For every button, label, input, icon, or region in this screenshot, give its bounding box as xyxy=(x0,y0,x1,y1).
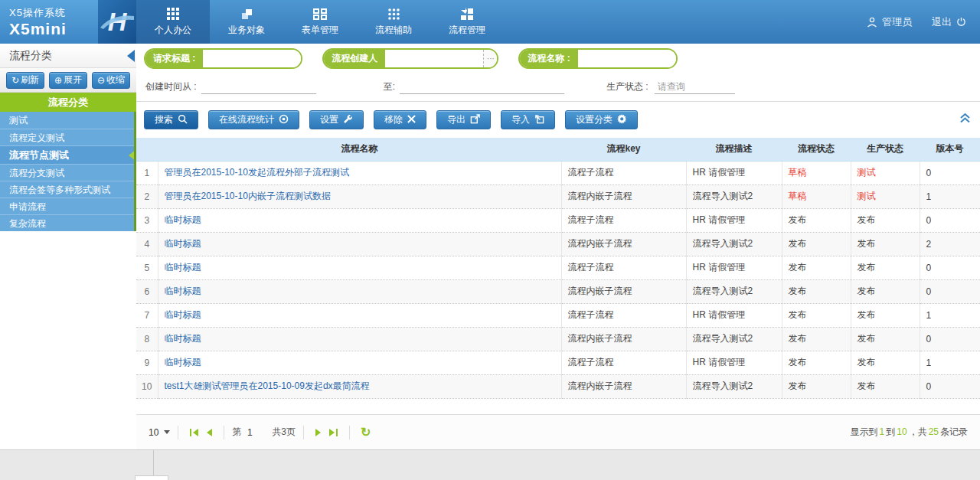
export-button[interactable]: 导出 xyxy=(436,110,491,129)
table-row[interactable]: 3临时标题流程子流程HR 请假管理发布发布0 xyxy=(136,208,980,232)
chevrons-up-icon[interactable] xyxy=(959,113,971,126)
prod-status-input[interactable] xyxy=(655,80,735,94)
sidebar: 流程分类 ↻ 刷新 ⊕ 展开 ⊖ 收缩 流程分类 测试 流程定义测试 流程节点测… xyxy=(0,44,136,449)
search-icon xyxy=(178,114,188,126)
page-number-input[interactable]: 1 xyxy=(241,427,258,438)
search-button[interactable]: 搜索 xyxy=(144,110,198,129)
category-item[interactable]: 流程会签等多种形式测试 xyxy=(0,181,134,198)
search-button-label: 搜索 xyxy=(155,113,173,126)
nav-tab-process-management[interactable]: 流程管理 xyxy=(430,0,504,44)
sidebar-panel-header: 流程分类 xyxy=(0,44,136,68)
splitter-handle[interactable] xyxy=(135,475,168,480)
power-icon[interactable] xyxy=(956,17,966,27)
table-row[interactable]: 2管理员在2015-10-10内嵌子流程测试数据流程内嵌子流程流程导入测试2草稿… xyxy=(136,184,980,208)
table-row[interactable]: 5临时标题流程子流程HR 请假管理发布发布0 xyxy=(136,256,980,279)
category-item[interactable]: 复杂流程 xyxy=(0,214,134,231)
header-process-key[interactable]: 流程key xyxy=(561,138,686,161)
stats-button-label: 在线流程统计 xyxy=(219,113,274,126)
process-name-input[interactable] xyxy=(578,50,676,67)
remove-button[interactable]: 移除 xyxy=(374,110,426,129)
online-process-stats-button[interactable]: 在线流程统计 xyxy=(208,110,299,129)
header-prod-status[interactable]: 生产状态 xyxy=(851,138,920,161)
row-number-cell: 4 xyxy=(136,232,158,256)
import-button[interactable]: 导入 xyxy=(501,110,555,129)
process-name-cell: 临时标题 xyxy=(158,279,561,303)
nav-tab-business-objects[interactable]: 业务对象 xyxy=(210,0,283,44)
process-desc-cell: 流程导入测试2 xyxy=(686,184,782,208)
table-row[interactable]: 7临时标题流程子流程HR 请假管理发布发布1 xyxy=(136,303,980,327)
process-name-link[interactable]: 临时标题 xyxy=(165,238,201,249)
created-to-input[interactable] xyxy=(400,80,564,94)
set-category-button[interactable]: 设置分类 xyxy=(565,110,638,129)
request-title-input[interactable] xyxy=(203,50,301,67)
header-process-desc[interactable]: 流程描述 xyxy=(686,138,782,161)
process-key-cell: 流程子流程 xyxy=(561,208,686,232)
table-row[interactable]: 9临时标题流程子流程HR 请假管理发布发布1 xyxy=(136,351,980,374)
refresh-button[interactable]: ↻ 刷新 xyxy=(6,72,44,89)
process-name-link[interactable]: 临时标题 xyxy=(165,286,201,296)
row-number-cell: 9 xyxy=(136,351,158,374)
table-row[interactable]: 4临时标题流程内嵌子流程流程导入测试2发布发布2 xyxy=(136,232,980,256)
category-item[interactable]: 流程分支测试 xyxy=(0,164,134,181)
version-cell: 2 xyxy=(920,232,980,256)
summary-text: ，共 xyxy=(909,426,927,437)
created-from-label: 创建时间从 : xyxy=(145,80,197,93)
table-row[interactable]: 1管理员在2015-10-10发起流程外部子流程测试流程子流程HR 请假管理草稿… xyxy=(136,161,980,184)
category-item[interactable]: 申请流程 xyxy=(0,198,134,214)
summary-text: 显示到 xyxy=(851,426,878,437)
nav-tab-process-assist[interactable]: 流程辅助 xyxy=(357,0,430,44)
bottom-panel xyxy=(0,449,980,480)
created-to-label: 至: xyxy=(384,80,395,93)
header-version[interactable]: 版本号 xyxy=(920,138,980,161)
row-number-cell: 10 xyxy=(136,374,158,398)
nav-tab-personal-office[interactable]: 个人办公 xyxy=(136,0,210,44)
header-process-status[interactable]: 流程状态 xyxy=(782,138,851,161)
page-size-selector[interactable]: 10 xyxy=(149,427,170,438)
process-creator-input[interactable] xyxy=(385,50,483,67)
table-row[interactable]: 8临时标题流程内嵌子流程流程导入测试2发布发布0 xyxy=(136,327,980,351)
table-row[interactable]: 6临时标题流程内嵌子流程流程导入测试2发布发布0 xyxy=(136,279,980,303)
first-page-icon[interactable] xyxy=(189,428,199,437)
expand-all-button[interactable]: ⊕ 展开 xyxy=(49,72,87,89)
settings-button[interactable]: 设置 xyxy=(309,110,364,129)
process-name-link[interactable]: 临时标题 xyxy=(165,357,201,367)
process-name-link[interactable]: 临时标题 xyxy=(165,214,201,225)
process-key-cell: 流程子流程 xyxy=(561,161,686,184)
nav-tab-label: 流程管理 xyxy=(449,24,485,37)
user-name[interactable]: 管理员 xyxy=(882,15,912,29)
process-name-link[interactable]: 管理员在2015-10-10发起流程外部子流程测试 xyxy=(165,167,349,178)
process-desc-cell: HR 请假管理 xyxy=(686,208,782,232)
process-name-link[interactable]: 临时标题 xyxy=(165,333,201,344)
process-name-link[interactable]: 临时标题 xyxy=(165,309,201,320)
prod-status-cell: 发布 xyxy=(851,208,920,232)
category-item[interactable]: 流程定义测试 xyxy=(0,129,134,145)
created-from-input[interactable] xyxy=(201,80,316,94)
sidebar-collapse-arrow-icon[interactable] xyxy=(127,50,135,62)
prev-page-icon[interactable] xyxy=(205,428,213,437)
version-cell: 0 xyxy=(920,327,980,351)
category-item[interactable]: 测试 xyxy=(0,112,134,129)
main-nav: 个人办公 业务对象 表单管理 xyxy=(136,0,504,44)
process-name-link[interactable]: 临时标题 xyxy=(165,262,201,273)
logout-link[interactable]: 退出 xyxy=(932,15,952,29)
row-number-cell: 8 xyxy=(136,327,158,351)
creator-picker-button[interactable]: ··· xyxy=(483,50,497,67)
row-number-cell: 6 xyxy=(136,279,158,303)
refresh-icon: ↻ xyxy=(11,75,19,86)
reload-icon[interactable]: ↻ xyxy=(361,425,371,439)
refresh-button-label: 刷新 xyxy=(21,73,39,87)
table-row[interactable]: 10test1大雄测试管理员在2015-10-09发起dx最简流程流程内嵌子流程… xyxy=(136,374,980,398)
process-status-cell: 发布 xyxy=(782,256,851,279)
category-item-selected[interactable]: 流程节点测试 xyxy=(0,145,134,164)
process-name-link[interactable]: test1大雄测试管理员在2015-10-09发起dx最简流程 xyxy=(165,380,370,391)
next-page-icon[interactable] xyxy=(315,428,322,437)
collapse-all-button[interactable]: ⊖ 收缩 xyxy=(92,72,130,89)
last-page-icon[interactable] xyxy=(328,428,338,437)
selected-arrow-icon xyxy=(129,149,134,162)
process-name-link[interactable]: 管理员在2015-10-10内嵌子流程测试数据 xyxy=(165,191,331,201)
row-number-cell: 3 xyxy=(136,208,158,232)
nav-tab-form-management[interactable]: 表单管理 xyxy=(283,0,357,44)
table-header: 流程名称 流程key 流程描述 流程状态 生产状态 版本号 xyxy=(136,138,980,161)
minus-circle-icon: ⊖ xyxy=(97,75,105,86)
header-process-name[interactable]: 流程名称 xyxy=(158,138,561,161)
